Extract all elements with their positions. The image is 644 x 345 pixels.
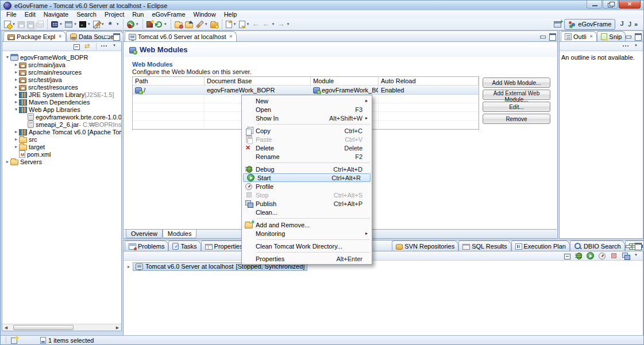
tree-item-jre-system-library[interactable]: ▸JRE System Library [J2SE-1.5] (2, 91, 121, 98)
column-header-module[interactable]: Module (311, 77, 379, 85)
context-menu-item-profile[interactable]: Profile (242, 182, 372, 191)
context-menu-item-debug[interactable]: DebugCtrl+Alt+D (242, 165, 372, 173)
button-add-external-web-module[interactable]: Add External Web Module... (483, 90, 550, 100)
tree-item-servers[interactable]: ▸Servers (2, 158, 121, 165)
table-row[interactable]: /egovFrameWork_BOPRegovFrameWork_BOPREna… (133, 86, 479, 95)
pe-tab-package-expl[interactable]: Package Expl✕ (3, 31, 66, 41)
dropdown-arrow-icon[interactable]: ▼ (271, 22, 275, 26)
minimize-view-icon[interactable] (624, 243, 631, 249)
restore-button[interactable] (603, 1, 618, 9)
dropdown-arrow-icon[interactable]: ▼ (74, 22, 77, 26)
context-menu-item-start[interactable]: StartCtrl+Alt+R (243, 173, 371, 182)
filters-button[interactable] (99, 41, 109, 52)
context-menu-item-clean[interactable]: Clean... (242, 208, 372, 216)
menu-run[interactable]: Run (128, 10, 148, 18)
tree-item-egovframework-brte-core-1-0-0-jar[interactable]: egovframework.brte.core-1.0.0.jar - C:₩ (2, 113, 121, 121)
close-icon[interactable]: ✕ (58, 34, 62, 39)
scrollbar-thumb[interactable] (13, 325, 74, 330)
expander-icon[interactable]: ▸ (13, 62, 19, 67)
menu-egovframe[interactable]: eGovFrame (148, 10, 189, 18)
maximize-view-icon[interactable] (113, 33, 119, 39)
tree-item-apache-tomcat-v6-0-apache-tomcat-v6-0[interactable]: ▸Apache Tomcat v6.0 [Apache Tomcat v6.0 (2, 128, 121, 135)
dropdown-arrow-icon[interactable]: ▼ (164, 22, 167, 26)
column-header-path[interactable]: Path (133, 77, 205, 85)
editor-page-tab-modules[interactable]: Modules (163, 230, 197, 238)
maximize-view-icon[interactable] (634, 33, 641, 39)
minimize-view-icon[interactable] (103, 33, 110, 39)
expander-icon[interactable]: ▸ (13, 129, 19, 134)
new-wizard-button[interactable]: ▼ (3, 19, 17, 30)
tree-item-src-test-resources[interactable]: ▸src/test/resources (2, 83, 121, 91)
outline-tab-snip[interactable]: Snip (597, 31, 626, 41)
dropdown-arrow-icon[interactable]: ▼ (101, 22, 105, 26)
tree-item-maven-dependencies[interactable]: ▸Maven Dependencies (2, 98, 121, 106)
menu-help[interactable]: Help (220, 10, 241, 18)
refresh-button[interactable]: ▼ (154, 19, 168, 30)
run-tb-button[interactable]: ▼ (64, 19, 78, 30)
dropdown-arrow-icon[interactable]: ▼ (286, 22, 290, 26)
bottom-tab-problems[interactable]: Problems (125, 241, 168, 251)
menu-window[interactable]: Window (190, 10, 220, 18)
close-button[interactable] (619, 1, 641, 9)
editor-tab-tomcat-v6-0-server-at-localhost[interactable]: Tomcat v6.0 Server at localhost✕ (125, 31, 237, 41)
profile-button[interactable] (597, 250, 607, 261)
dropdown-arrow-icon[interactable]: ▼ (136, 22, 139, 26)
collapse-all-button[interactable] (563, 250, 572, 261)
tree-item-src-main-resources[interactable]: ▸src/main/resources (2, 68, 121, 76)
last-edit-button[interactable] (250, 19, 261, 30)
expander-icon[interactable]: ▾ (5, 55, 10, 60)
bottom-tab-sql-results[interactable]: SQL Results (458, 241, 511, 251)
expander-icon[interactable]: ▾ (13, 107, 19, 112)
minimize-view-icon[interactable] (539, 33, 546, 39)
expander-icon[interactable]: ▸ (13, 99, 19, 104)
file-step-button[interactable]: ▼ (225, 19, 238, 30)
button-edit[interactable]: Edit... (483, 102, 550, 112)
collapse-all-button[interactable] (72, 41, 81, 52)
dropdown-arrow-icon[interactable]: ▼ (59, 22, 63, 26)
file-step2-button[interactable]: ▼ (238, 19, 251, 30)
close-icon[interactable]: ✕ (589, 34, 593, 39)
minimize-view-icon[interactable] (624, 33, 631, 39)
maximize-view-icon[interactable] (634, 243, 641, 249)
editor-page-tab-overview[interactable]: Overview (126, 230, 163, 238)
bottom-tab-properties[interactable]: Properties (201, 241, 247, 251)
tree-item-src-test-java[interactable]: ▸src/test/java (2, 76, 121, 83)
tree-item-target[interactable]: ▸target (2, 143, 121, 150)
run-external-button[interactable]: ▼ (126, 19, 140, 30)
stop-red-button[interactable] (609, 250, 619, 261)
import-folder-button[interactable] (184, 19, 194, 30)
context-menu-item-add-and-remove[interactable]: Add and Remove... (242, 220, 372, 229)
context-menu-item-publish[interactable]: PublishCtrl+Alt+P (242, 199, 372, 208)
maximize-view-icon[interactable] (549, 33, 556, 39)
expander-icon[interactable]: ▸ (13, 144, 19, 149)
tree-item-src-main-java[interactable]: ▸src/main/java (2, 61, 121, 68)
menu-search[interactable]: Search (72, 10, 101, 18)
dropdown-arrow-icon[interactable]: ▼ (87, 22, 91, 26)
breakpoints-button[interactable]: ▼ (106, 19, 121, 30)
server-row[interactable]: ▸ Tomcat v6.0 Server at localhost [Stopp… (124, 262, 643, 271)
minimize-button[interactable] (587, 1, 602, 9)
filters-button[interactable] (620, 41, 631, 52)
close-icon[interactable]: ✕ (229, 34, 233, 39)
bottom-tab-dbio-search[interactable]: DBIO Search (570, 241, 625, 251)
bottom-tab-execution-plan[interactable]: Execution Plan (511, 241, 570, 251)
terminal-button[interactable]: ▼ (78, 19, 92, 30)
view-menu-button[interactable] (633, 41, 641, 52)
context-menu-item-clean-tomcat-work-directory[interactable]: Clean Tomcat Work Directory... (242, 242, 372, 250)
outline-tab-outli[interactable]: Outli✕ (561, 31, 597, 41)
expander-icon[interactable]: ▸ (5, 159, 10, 164)
expander-icon[interactable]: ▸ (13, 69, 19, 75)
forward-button[interactable]: ▼ (276, 19, 291, 30)
publish-button[interactable] (621, 250, 631, 261)
context-menu-item-show-in[interactable]: Show InAlt+Shift+W▸ (242, 114, 372, 122)
horizontal-scrollbar[interactable]: ◀ ▶ (2, 324, 121, 331)
start-button[interactable] (585, 250, 595, 261)
context-menu-item-new[interactable]: New▸ (242, 96, 372, 105)
expander-icon[interactable]: ▸ (13, 84, 19, 90)
edit-config-button[interactable]: ▼ (92, 19, 106, 30)
menu-navigate[interactable]: Navigate (40, 10, 72, 18)
perspective-java-button[interactable]: J (617, 20, 633, 29)
menu-edit[interactable]: Edit (21, 10, 40, 18)
tree-item-web-app-libraries[interactable]: ▾Web App Libraries (2, 106, 121, 113)
fast-view-icon[interactable] (11, 338, 17, 344)
